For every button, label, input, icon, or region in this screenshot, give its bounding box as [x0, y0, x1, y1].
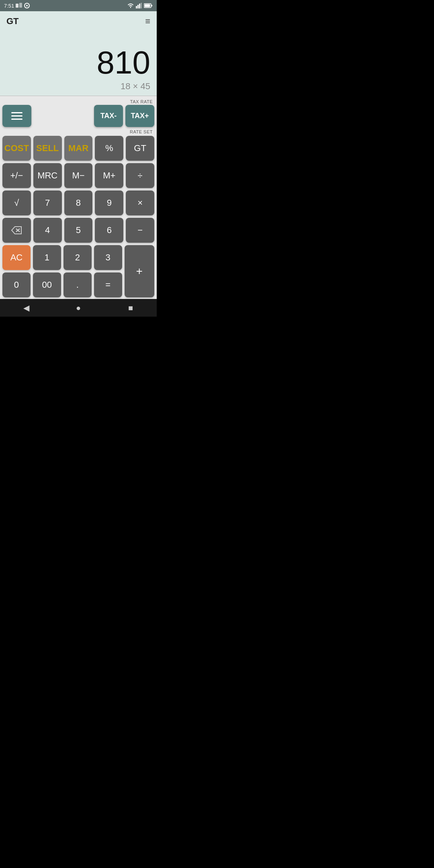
svg-rect-7	[141, 3, 142, 8]
m-minus-button[interactable]: M−	[64, 163, 93, 188]
menu-icon[interactable]: ≡	[145, 16, 150, 27]
sell-button[interactable]: SELL	[33, 136, 62, 161]
zero-button[interactable]: 0	[2, 272, 31, 297]
nav-back[interactable]: ◀	[16, 301, 36, 315]
target-icon	[24, 2, 30, 9]
svg-rect-1	[19, 3, 22, 8]
bottom-navigation: ◀ ● ■	[0, 299, 157, 317]
double-zero-button[interactable]: 00	[33, 272, 61, 297]
backspace-icon	[11, 226, 22, 235]
mrc-button[interactable]: MRC	[33, 163, 62, 188]
button-row-3: √ 7 8 9 ×	[2, 190, 154, 215]
button-row-5: AC 1 2 3	[2, 245, 122, 270]
button-row-1: COST SELL MAR % GT	[2, 136, 154, 161]
button-row-6: 0 00 . =	[2, 272, 122, 297]
bottom-rows: AC 1 2 3 0 00 . = +	[2, 245, 154, 297]
nav-recent[interactable]: ■	[121, 301, 141, 315]
button-row-2: +/− MRC M− M+ ÷	[2, 163, 154, 188]
tax-plus-button[interactable]: TAX+	[125, 105, 154, 127]
sub-expression: 18 × 45	[6, 81, 150, 92]
sim-icon	[16, 3, 22, 8]
sqrt-button[interactable]: √	[2, 190, 31, 215]
backspace-button[interactable]	[2, 218, 31, 243]
seven-button[interactable]: 7	[33, 190, 62, 215]
button-row-4: 4 5 6 −	[2, 218, 154, 243]
plus-button[interactable]: +	[125, 245, 154, 297]
rate-set-label-row: RATE SET	[2, 129, 154, 134]
multiply-button[interactable]: ×	[126, 190, 154, 215]
signal-icon	[136, 3, 142, 8]
keypad: TAX RATE TAX- TAX+ RATE SET COST SELL MA…	[0, 96, 157, 299]
svg-point-3	[26, 5, 28, 6]
svg-rect-6	[139, 4, 140, 8]
svg-rect-9	[151, 5, 153, 6]
menu-button[interactable]	[2, 105, 31, 127]
three-button[interactable]: 3	[94, 245, 122, 270]
app-title: GT	[6, 16, 19, 27]
m-plus-button[interactable]: M+	[95, 163, 123, 188]
calculator-display: 810 18 × 45	[0, 31, 157, 96]
eight-button[interactable]: 8	[64, 190, 93, 215]
decimal-button[interactable]: .	[63, 272, 92, 297]
top-buttons-row: TAX- TAX+	[2, 105, 154, 127]
status-bar: 7:51	[0, 0, 157, 11]
status-icons-right	[127, 3, 153, 8]
four-button[interactable]: 4	[33, 218, 62, 243]
svg-rect-10	[145, 4, 150, 7]
five-button[interactable]: 5	[64, 218, 93, 243]
bottom-left-columns: AC 1 2 3 0 00 . =	[2, 245, 122, 297]
ac-button[interactable]: AC	[2, 245, 31, 270]
svg-marker-11	[12, 227, 21, 234]
nav-home[interactable]: ●	[68, 301, 88, 315]
minus-button[interactable]: −	[126, 218, 154, 243]
one-button[interactable]: 1	[33, 245, 61, 270]
six-button[interactable]: 6	[95, 218, 123, 243]
wifi-icon	[127, 3, 134, 8]
nine-button[interactable]: 9	[95, 190, 123, 215]
status-time: 7:51	[4, 3, 14, 9]
hamburger-icon	[11, 112, 23, 120]
tax-minus-button[interactable]: TAX-	[94, 105, 123, 127]
plus-button-column: +	[125, 245, 154, 297]
main-value: 810	[6, 47, 150, 79]
svg-rect-4	[136, 6, 137, 8]
app-bar: GT ≡	[0, 11, 157, 31]
svg-rect-5	[137, 5, 139, 8]
equals-button[interactable]: =	[94, 272, 122, 297]
percent-button[interactable]: %	[95, 136, 123, 161]
two-button[interactable]: 2	[63, 245, 92, 270]
status-icons-left	[16, 2, 30, 9]
gt-button[interactable]: GT	[126, 136, 154, 161]
mar-button[interactable]: MAR	[64, 136, 93, 161]
tax-rate-label: TAX RATE	[130, 99, 153, 104]
battery-icon	[144, 3, 153, 8]
tax-rate-label-row: TAX RATE	[2, 99, 154, 104]
cost-button[interactable]: COST	[2, 136, 31, 161]
rate-set-label: RATE SET	[130, 129, 153, 134]
svg-rect-0	[16, 4, 18, 8]
plus-minus-button[interactable]: +/−	[2, 163, 31, 188]
divide-button[interactable]: ÷	[126, 163, 154, 188]
